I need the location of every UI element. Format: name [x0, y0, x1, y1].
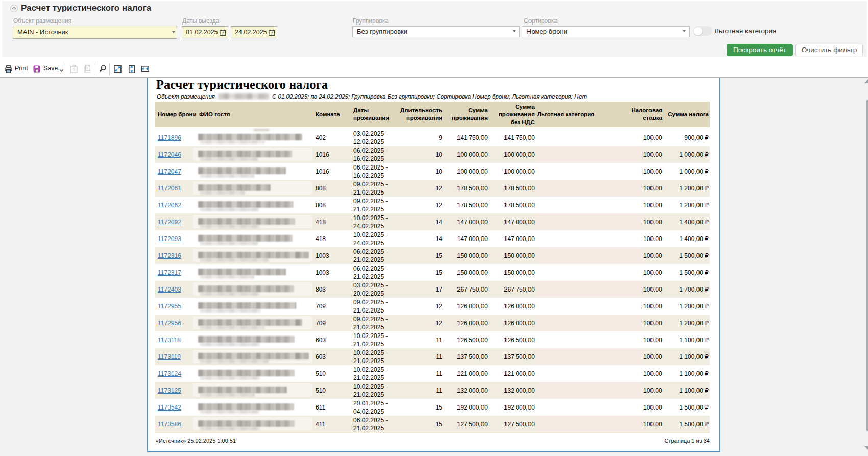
svg-text:?: ?	[73, 67, 75, 72]
svg-text:7: 7	[222, 31, 224, 36]
svg-text:7: 7	[271, 31, 273, 36]
